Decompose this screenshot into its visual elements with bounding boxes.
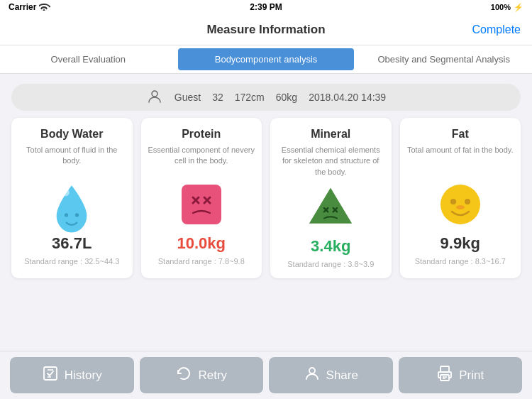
card-body-water-desc: Totol amount of fluid in the body. (18, 145, 126, 175)
svg-point-1 (65, 213, 68, 217)
status-time: 2:39 PM (250, 2, 282, 12)
user-name: Guest (174, 92, 201, 103)
share-icon (304, 365, 321, 386)
card-protein: Protein Essential component of nevery ce… (141, 118, 262, 278)
status-carrier: Carrier (9, 2, 50, 13)
protein-icon (179, 182, 224, 227)
card-protein-value: 10.0kg (177, 234, 226, 253)
user-weight: 60kg (276, 92, 297, 103)
card-fat-title: Fat (452, 128, 469, 141)
water-drop-icon (49, 182, 94, 227)
user-datetime: 2018.04.20 14:39 (309, 92, 386, 103)
card-protein-range: Standard range : 7.8~9.8 (158, 257, 245, 266)
cards-grid: Body Water Totol amount of fluid in the … (0, 118, 532, 278)
card-body-water-range: Standard range : 32.5~44.3 (24, 257, 119, 266)
card-mineral: Mineral Essential chemical elements for … (270, 118, 392, 278)
history-icon (42, 365, 59, 386)
fat-icon (438, 182, 483, 227)
svg-point-2 (75, 213, 79, 217)
svg-rect-22 (440, 366, 449, 372)
mineral-icon (308, 185, 353, 230)
tab-bar: Overall Evaluation Bodycomponent analysi… (0, 45, 532, 74)
card-fat: Fat Total amount of fat in the body. 9.9… (400, 118, 521, 278)
card-mineral-desc: Essential chemical elements for skeleton… (277, 145, 384, 177)
header: Measure Information Complete (0, 14, 532, 45)
share-button[interactable]: Share (269, 357, 393, 393)
svg-point-15 (450, 199, 456, 204)
retry-button[interactable]: Retry (140, 357, 264, 393)
svg-point-16 (465, 199, 470, 204)
svg-point-3 (62, 189, 70, 197)
svg-marker-9 (309, 188, 352, 224)
tab-bodycomponent[interactable]: Bodycomponent analysis (178, 48, 355, 70)
card-mineral-title: Mineral (311, 128, 350, 141)
battery-text: 100% (491, 3, 511, 11)
retry-label: Retry (198, 368, 227, 383)
svg-rect-23 (440, 375, 449, 381)
svg-rect-18 (44, 367, 57, 380)
wifi-icon (39, 2, 50, 13)
header-title: Measure Information (206, 23, 325, 37)
card-protein-desc: Essential component of nevery cell in th… (148, 145, 255, 175)
print-label: Print (459, 368, 484, 383)
user-icon (146, 88, 163, 107)
carrier-text: Carrier (9, 2, 36, 12)
card-fat-range: Standard range : 8.3~16.7 (415, 257, 506, 266)
tab-obesity[interactable]: Obesity and Segmental Analysis (355, 45, 532, 73)
card-body-water-value: 36.7L (52, 234, 92, 253)
tab-overall[interactable]: Overall Evaluation (0, 45, 177, 73)
retry-icon (175, 365, 192, 386)
svg-rect-4 (182, 185, 221, 224)
card-fat-value: 9.9kg (440, 234, 480, 253)
svg-point-17 (456, 205, 465, 209)
user-info-bar: Guest 32 172cm 60kg 2018.04.20 14:39 (11, 84, 521, 111)
card-mineral-value: 3.4kg (311, 237, 350, 256)
status-battery: 100% ⚡ (491, 3, 523, 12)
bottom-bar: History Retry Share (0, 351, 532, 399)
status-bar: Carrier 2:39 PM 100% ⚡ (0, 0, 532, 14)
card-protein-title: Protein (182, 128, 221, 141)
user-height: 172cm (235, 92, 265, 103)
card-mineral-range: Standard range : 3.8~3.9 (287, 260, 374, 268)
svg-point-21 (309, 368, 315, 373)
print-button[interactable]: Print (399, 357, 523, 393)
share-label: Share (326, 368, 358, 383)
print-icon (436, 365, 453, 386)
svg-point-0 (152, 91, 157, 97)
history-label: History (65, 368, 102, 383)
battery-icon: ⚡ (514, 3, 523, 12)
complete-button[interactable]: Complete (472, 23, 521, 36)
history-button[interactable]: History (10, 357, 134, 393)
user-age: 32 (212, 92, 223, 103)
svg-point-14 (440, 185, 480, 224)
card-body-water: Body Water Totol amount of fluid in the … (11, 118, 133, 278)
card-fat-desc: Total amount of fat in the body. (407, 145, 514, 175)
card-body-water-title: Body Water (40, 128, 103, 141)
